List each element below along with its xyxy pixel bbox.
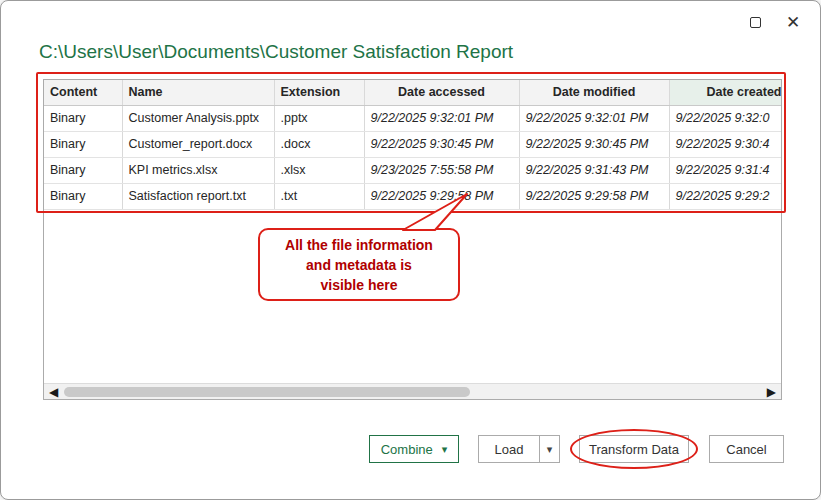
table-cell: .xlsx [274, 157, 364, 183]
column-header-date-created[interactable]: Date created [669, 80, 782, 105]
column-header-content[interactable]: Content [44, 80, 122, 105]
callout-text-line: visible here [260, 275, 458, 295]
table-cell: Customer_report.docx [122, 131, 274, 157]
column-header-name[interactable]: Name [122, 80, 274, 105]
folder-path-title: C:\Users\User\Documents\Customer Satisfa… [39, 41, 779, 63]
transform-data-button[interactable]: Transform Data [579, 435, 689, 463]
callout-text-line: All the file information [260, 235, 458, 255]
table-cell: Satisfaction report.txt [122, 183, 274, 209]
table-row[interactable]: BinaryKPI metrics.xlsx.xlsx9/23/2025 7:5… [44, 157, 782, 183]
table-cell: KPI metrics.xlsx [122, 157, 274, 183]
table-cell: Binary [44, 183, 122, 209]
table-cell: Binary [44, 157, 122, 183]
file-table-head-row: ContentNameExtensionDate accessedDate mo… [44, 80, 782, 105]
file-table: ContentNameExtensionDate accessedDate mo… [44, 80, 782, 210]
scroll-left-icon[interactable]: ◀ [49, 384, 58, 400]
close-icon: ✕ [786, 14, 800, 31]
combine-button-label: Combine [381, 442, 433, 457]
table-cell: 9/22/2025 9:31:43 PM [519, 157, 669, 183]
maximize-icon [750, 17, 761, 28]
column-header-date-modified[interactable]: Date modified [519, 80, 669, 105]
cancel-button[interactable]: Cancel [709, 435, 784, 463]
cancel-button-label: Cancel [726, 442, 766, 457]
table-cell: 9/22/2025 9:31:4 [669, 157, 782, 183]
power-query-folder-dialog: ✕ C:\Users\User\Documents\Customer Satis… [0, 0, 821, 500]
table-row[interactable]: BinaryCustomer_report.docx.docx9/22/2025… [44, 131, 782, 157]
transform-data-button-label: Transform Data [589, 442, 679, 457]
maximize-button[interactable] [740, 7, 770, 37]
close-button[interactable]: ✕ [778, 7, 808, 37]
table-row[interactable]: BinaryCustomer Analysis.pptx.pptx9/22/20… [44, 105, 782, 131]
table-cell: 9/22/2025 9:30:45 PM [519, 131, 669, 157]
table-cell: 9/22/2025 9:29:58 PM [519, 183, 669, 209]
column-header-date-accessed[interactable]: Date accessed [364, 80, 519, 105]
combine-dropdown-icon: ▾ [442, 444, 448, 455]
combine-button[interactable]: Combine ▾ [369, 435, 459, 463]
table-cell: 9/22/2025 9:30:45 PM [364, 131, 519, 157]
table-cell: .txt [274, 183, 364, 209]
table-cell: Binary [44, 131, 122, 157]
column-header-extension[interactable]: Extension [274, 80, 364, 105]
scrollbar-thumb[interactable] [64, 387, 470, 397]
load-dropdown-button[interactable]: ▾ [539, 435, 560, 463]
table-cell: 9/22/2025 9:32:01 PM [364, 105, 519, 131]
table-cell: 9/22/2025 9:29:2 [669, 183, 782, 209]
table-cell: Binary [44, 105, 122, 131]
horizontal-scrollbar[interactable]: ◀ ▶ [44, 383, 781, 399]
annotation-callout: All the file information and metadata is… [258, 228, 460, 301]
load-split-button: Load ▾ [478, 435, 560, 463]
table-cell: Customer Analysis.pptx [122, 105, 274, 131]
table-cell: 9/22/2025 9:30:4 [669, 131, 782, 157]
table-cell: 9/22/2025 9:32:0 [669, 105, 782, 131]
table-cell: 9/23/2025 7:55:58 PM [364, 157, 519, 183]
load-button-label: Load [495, 442, 524, 457]
load-dropdown-icon: ▾ [547, 444, 553, 455]
file-table-body: BinaryCustomer Analysis.pptx.pptx9/22/20… [44, 105, 782, 209]
table-cell: .pptx [274, 105, 364, 131]
table-cell: 9/22/2025 9:29:58 PM [364, 183, 519, 209]
load-button[interactable]: Load [478, 435, 539, 463]
table-cell: 9/22/2025 9:32:01 PM [519, 105, 669, 131]
callout-text-line: and metadata is [260, 255, 458, 275]
table-row[interactable]: BinarySatisfaction report.txt.txt9/22/20… [44, 183, 782, 209]
table-cell: .docx [274, 131, 364, 157]
scroll-right-icon[interactable]: ▶ [767, 384, 776, 400]
